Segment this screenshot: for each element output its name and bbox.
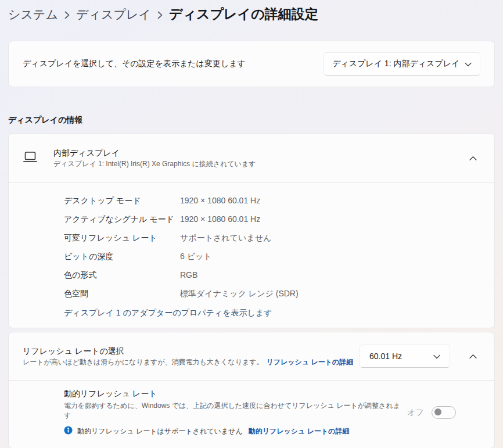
chevron-right-icon <box>157 11 163 19</box>
adapter-properties-link[interactable]: ディスプレイ 1 のアダプターのプロパティを表示します <box>64 308 272 318</box>
refresh-rate-learn-more-link[interactable]: リフレッシュ レートの詳細 <box>266 358 353 366</box>
display-selector-card: ディスプレイを選択して、その設定を表示または変更します ディスプレイ 1: 内部… <box>8 41 495 87</box>
dynamic-refresh-title: 動的リフレッシュ レート <box>64 388 401 399</box>
property-label: ビットの深度 <box>64 250 180 262</box>
table-row: 色の形式 RGB <box>64 266 480 284</box>
chevron-down-icon <box>433 352 440 361</box>
table-row: 可変リフレッシュ レート サポートされていません <box>64 228 480 247</box>
property-value: RGB <box>180 269 197 281</box>
property-label: アクティブなシグナル モード <box>64 213 180 225</box>
display-info-expander-header[interactable]: 内部ディスプレイ ディスプレイ 1: Intel(R) Iris(R) Xe G… <box>9 134 494 182</box>
dynamic-refresh-status: 動的リフレッシュ レートはサポートされていません <box>77 427 243 436</box>
property-label: デスクトップ モード <box>64 195 180 206</box>
property-label: 色空間 <box>64 288 180 299</box>
property-value: サポートされていません <box>180 232 271 243</box>
table-row: ビットの深度 6 ビット <box>64 247 480 266</box>
chevron-up-icon[interactable] <box>465 349 480 364</box>
property-value: 1920 × 1080 60.01 Hz <box>180 195 260 206</box>
property-value: 1920 × 1080 60.01 Hz <box>180 213 260 225</box>
page-title: ディスプレイの詳細設定 <box>169 5 318 23</box>
property-value: 6 ビット <box>180 250 212 262</box>
dynamic-refresh-learn-more-link[interactable]: 動的リフレッシュ レートの詳細 <box>249 427 350 436</box>
display-info-card-title: 内部ディスプレイ <box>53 148 450 158</box>
display-properties: デスクトップ モード 1920 × 1080 60.01 Hz アクティブなシグ… <box>9 183 494 328</box>
property-value: 標準ダイナミック レンジ (SDR) <box>180 288 299 299</box>
property-label: 可変リフレッシュ レート <box>64 232 180 243</box>
info-icon <box>64 426 73 436</box>
table-row: アクティブなシグナル モード 1920 × 1080 60.01 Hz <box>64 210 480 228</box>
table-row: デスクトップ モード 1920 × 1080 60.01 Hz <box>64 191 480 210</box>
refresh-rate-title: リフレッシュ レートの選択 <box>23 346 360 356</box>
table-row: 色空間 標準ダイナミック レンジ (SDR) <box>64 284 480 303</box>
toggle-state-label: オフ <box>407 407 424 418</box>
section-title-display-info: ディスプレイの情報 <box>8 115 503 126</box>
dynamic-refresh-section: 動的リフレッシュ レート 電力を節約するために、Windows では、上記の選択… <box>9 381 494 448</box>
dynamic-refresh-toggle[interactable] <box>432 406 456 419</box>
breadcrumb-item-display[interactable]: ディスプレイ <box>76 6 151 23</box>
breadcrumb: システム ディスプレイ ディスプレイの詳細設定 <box>0 0 503 23</box>
display-info-card-subtitle: ディスプレイ 1: Intel(R) Iris(R) Xe Graphics に… <box>53 160 450 169</box>
refresh-rate-value: 60.01 Hz <box>369 352 402 361</box>
display-select-value: ディスプレイ 1: 内部ディスプレイ <box>332 59 459 69</box>
dynamic-refresh-description: 電力を節約するために、Windows では、上記の選択した速度に合わせてリフレッ… <box>64 401 401 421</box>
laptop-icon <box>23 150 38 166</box>
display-select-dropdown[interactable]: ディスプレイ 1: 内部ディスプレイ <box>324 52 480 76</box>
refresh-rate-card: リフレッシュ レートの選択 レートが高いほど動きは滑らかになりますが、消費電力も… <box>8 332 495 448</box>
breadcrumb-item-system[interactable]: システム <box>8 6 58 23</box>
display-info-card: 内部ディスプレイ ディスプレイ 1: Intel(R) Iris(R) Xe G… <box>8 133 495 328</box>
toggle-knob <box>434 408 441 415</box>
refresh-rate-dropdown[interactable]: 60.01 Hz <box>360 345 450 368</box>
property-label: 色の形式 <box>64 269 180 281</box>
display-selector-label: ディスプレイを選択して、その設定を表示または変更します <box>23 59 246 69</box>
refresh-rate-expander-header[interactable]: リフレッシュ レートの選択 レートが高いほど動きは滑らかになりますが、消費電力も… <box>9 332 494 380</box>
chevron-right-icon <box>64 11 70 19</box>
chevron-down-icon <box>465 59 472 69</box>
chevron-up-icon[interactable] <box>465 150 480 166</box>
refresh-rate-description: レートが高いほど動きは滑らかになりますが、消費電力も大きくなります。 <box>23 358 263 366</box>
